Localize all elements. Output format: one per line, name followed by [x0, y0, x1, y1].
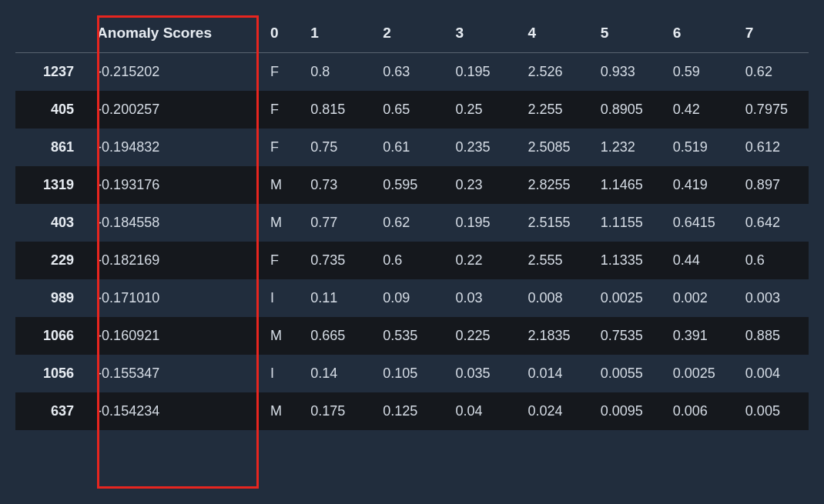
row-index: 989	[15, 279, 88, 317]
cell: 0.535	[373, 317, 446, 355]
cell-anomaly: -0.184558	[88, 204, 261, 242]
cell: 0.035	[446, 355, 518, 392]
table-row: 861 -0.194832 F 0.75 0.61 0.235 2.5085 1…	[15, 129, 809, 166]
table-row: 1066 -0.160921 M 0.665 0.535 0.225 2.183…	[15, 317, 809, 355]
cell: 0.006	[664, 392, 736, 430]
col-header-3: 3	[446, 14, 518, 53]
cell: 0.105	[373, 355, 446, 392]
table-row: 1237 -0.215202 F 0.8 0.63 0.195 2.526 0.…	[15, 53, 809, 92]
cell: 0.77	[301, 204, 373, 242]
col-header-4: 4	[519, 14, 591, 53]
col-header-2: 2	[373, 14, 446, 53]
cell: 2.5155	[519, 204, 591, 242]
cell: 0.22	[446, 242, 518, 279]
cell: 2.555	[519, 242, 591, 279]
col-header-5: 5	[591, 14, 664, 53]
cell: 0.642	[736, 204, 809, 242]
cell: 2.526	[519, 53, 591, 92]
col-header-1: 1	[301, 14, 373, 53]
cell: 2.1835	[519, 317, 591, 355]
col-header-anomaly: Anomaly Scores	[88, 14, 261, 53]
table-body: 1237 -0.215202 F 0.8 0.63 0.195 2.526 0.…	[15, 53, 809, 431]
col-header-6: 6	[664, 14, 736, 53]
cell: 0.23	[446, 166, 518, 204]
cell: 0.003	[736, 279, 809, 317]
anomaly-scores-table: Anomaly Scores 0 1 2 3 4 5 6 7 1237 -0.2…	[15, 14, 809, 430]
cell: 0.665	[301, 317, 373, 355]
cell-anomaly: -0.182169	[88, 242, 261, 279]
cell: 0.62	[736, 53, 809, 92]
cell: 0.014	[519, 355, 591, 392]
cell: 0.175	[301, 392, 373, 430]
cell: 1.232	[591, 129, 664, 166]
row-index: 637	[15, 392, 88, 430]
cell: 0.59	[664, 53, 736, 92]
cell: 0.195	[446, 204, 518, 242]
cell: M	[261, 166, 301, 204]
cell: 0.595	[373, 166, 446, 204]
cell: 0.612	[736, 129, 809, 166]
table-row: 637 -0.154234 M 0.175 0.125 0.04 0.024 0…	[15, 392, 809, 430]
cell: 0.11	[301, 279, 373, 317]
cell-anomaly: -0.215202	[88, 53, 261, 92]
cell: F	[261, 242, 301, 279]
cell: M	[261, 204, 301, 242]
cell: 2.255	[519, 91, 591, 129]
cell: 0.14	[301, 355, 373, 392]
cell: 0.7535	[591, 317, 664, 355]
cell: 0.65	[373, 91, 446, 129]
cell: 0.024	[519, 392, 591, 430]
table-row: 229 -0.182169 F 0.735 0.6 0.22 2.555 1.1…	[15, 242, 809, 279]
cell: 0.8	[301, 53, 373, 92]
cell: 0.6	[736, 242, 809, 279]
cell-anomaly: -0.155347	[88, 355, 261, 392]
table-header: Anomaly Scores 0 1 2 3 4 5 6 7	[15, 14, 809, 53]
col-header-7: 7	[736, 14, 809, 53]
cell: I	[261, 355, 301, 392]
cell: M	[261, 392, 301, 430]
cell: 0.933	[591, 53, 664, 92]
cell: 0.03	[446, 279, 518, 317]
cell: 0.04	[446, 392, 518, 430]
cell: 0.61	[373, 129, 446, 166]
cell: 0.44	[664, 242, 736, 279]
cell: 0.73	[301, 166, 373, 204]
row-index: 229	[15, 242, 88, 279]
cell-anomaly: -0.160921	[88, 317, 261, 355]
table-row: 405 -0.200257 F 0.815 0.65 0.25 2.255 0.…	[15, 91, 809, 129]
cell: 0.235	[446, 129, 518, 166]
cell: 1.1335	[591, 242, 664, 279]
cell: 0.25	[446, 91, 518, 129]
row-index: 1066	[15, 317, 88, 355]
row-index: 1056	[15, 355, 88, 392]
cell: 0.885	[736, 317, 809, 355]
row-index: 1237	[15, 53, 88, 92]
cell: 0.004	[736, 355, 809, 392]
table-row: 1056 -0.155347 I 0.14 0.105 0.035 0.014 …	[15, 355, 809, 392]
cell: 0.419	[664, 166, 736, 204]
cell-anomaly: -0.171010	[88, 279, 261, 317]
cell: 0.62	[373, 204, 446, 242]
cell: F	[261, 53, 301, 92]
cell-anomaly: -0.194832	[88, 129, 261, 166]
cell: F	[261, 91, 301, 129]
cell: 0.008	[519, 279, 591, 317]
cell: I	[261, 279, 301, 317]
cell: 0.519	[664, 129, 736, 166]
cell: 0.005	[736, 392, 809, 430]
cell: 0.391	[664, 317, 736, 355]
cell: 0.225	[446, 317, 518, 355]
cell: 0.42	[664, 91, 736, 129]
row-index: 861	[15, 129, 88, 166]
cell: 0.6	[373, 242, 446, 279]
cell-anomaly: -0.154234	[88, 392, 261, 430]
cell: F	[261, 129, 301, 166]
cell: 0.0025	[664, 355, 736, 392]
cell: 0.195	[446, 53, 518, 92]
cell: 0.0055	[591, 355, 664, 392]
cell: 0.09	[373, 279, 446, 317]
cell: 0.125	[373, 392, 446, 430]
cell: 0.6415	[664, 204, 736, 242]
table-row: 1319 -0.193176 M 0.73 0.595 0.23 2.8255 …	[15, 166, 809, 204]
table-row: 989 -0.171010 I 0.11 0.09 0.03 0.008 0.0…	[15, 279, 809, 317]
